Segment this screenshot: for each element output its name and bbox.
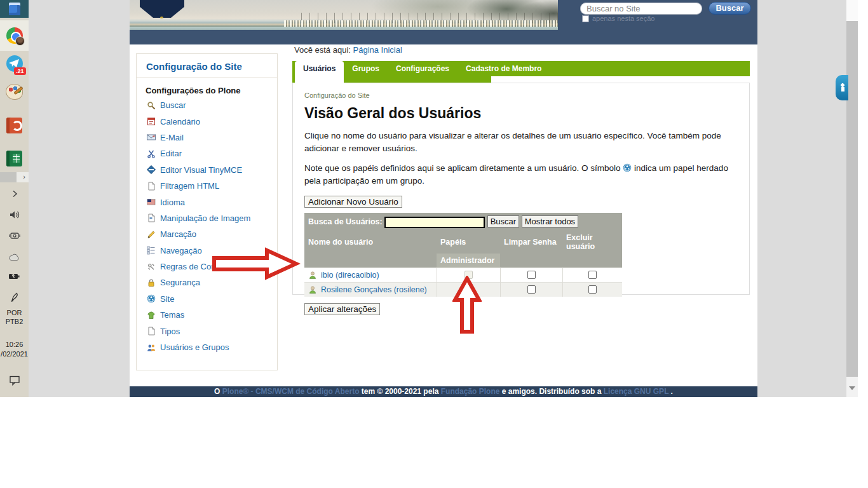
site-search-input[interactable] [580,3,702,15]
screen: .21 › [0,0,868,488]
taskbar-excel-button[interactable] [0,149,29,168]
tray-camera-button[interactable] [0,227,29,244]
site-banner: Buscar apenas nesta seção [130,0,757,44]
sidebar-item-label[interactable]: E-Mail [160,133,184,142]
sidebar-item-email[interactable]: E-Mail [144,130,269,146]
sidebar-item-site[interactable]: Site [144,291,269,307]
search-section-checkbox[interactable] [582,15,589,22]
taskbar-scrollbar-arrow-icon: › [23,173,25,180]
notification-bubble-icon [9,375,20,386]
volume-icon [9,210,20,220]
tray-expand-button[interactable] [0,188,29,200]
tray-clock-time[interactable]: 10:26 [0,341,29,348]
tray-clock-date[interactable]: /02/2021 [0,350,29,358]
user-link[interactable]: Rosilene Gonçalves (rosilene) [321,285,427,294]
user-link[interactable]: ibio (direcaoibio) [321,271,379,280]
user-icon [308,285,317,294]
breadcrumb-home-link[interactable]: Página Inicial [353,45,402,55]
search-section-checkbox-label: apenas nesta seção [592,15,654,22]
sidebar-item-filtragem-html[interactable]: Filtragem HTML [144,178,269,194]
banner-harbor-photo [130,0,558,30]
sidebar-item-label[interactable]: Buscar [160,100,186,110]
tab-grupos[interactable]: Grupos [344,61,388,76]
sidebar-item-label[interactable]: Editar [160,149,182,158]
taskbar: .21 › [0,0,29,397]
apply-changes-button[interactable]: Aplicar alterações [304,303,380,315]
taskbar-scrollbar[interactable]: › [0,172,29,182]
sidebar-item-tipos[interactable]: Tipos [144,323,269,339]
taskbar-scrollbar-thumb[interactable] [0,172,17,182]
tray-pen-button[interactable] [0,288,29,305]
sidebar-item-editor-visual-tinymce[interactable]: Editor Visual TinyMCE [144,162,269,178]
paint-palette-icon [6,84,23,100]
sidebar-item-label[interactable]: Site [160,294,174,304]
sidebar-item-label[interactable]: Usuários e Grupos [160,342,229,352]
battery-icon [8,271,20,280]
footer-text: O [214,387,222,396]
cloud-icon [8,252,21,261]
calendar-icon [147,117,156,126]
delete-user-checkbox[interactable] [588,271,597,279]
sidebar-item-label[interactable]: Editor Visual TinyMCE [160,165,242,175]
sidebar-item-label[interactable]: Manipulação de Imagem [160,214,250,223]
browser-scrollbar[interactable] [846,0,858,397]
subheader-empty [304,254,437,268]
intro-paragraph: Clique no nome do usuário para visualiza… [304,130,738,154]
taskbar-powerpoint-button[interactable] [0,116,29,135]
sidebar-item-buscar[interactable]: Buscar [144,97,269,113]
search-icon [147,101,156,110]
tray-onedrive-button[interactable] [0,249,29,264]
browser-background-left [29,0,130,397]
sidebar-item-manipulacao-de-imagem[interactable]: Manipulação de Imagem [144,210,269,226]
tab-cadastro-de-membro[interactable]: Cadastro de Membro [458,61,550,76]
sidebar-item-label[interactable]: Navegação [160,246,202,255]
tray-notifications-button[interactable] [0,372,29,388]
sidebar-item-label[interactable]: Calendário [160,117,200,126]
sidebar-item-label[interactable]: Filtragem HTML [160,181,219,191]
scrollbar-down-arrow-icon[interactable] [849,386,855,390]
add-new-user-button[interactable]: Adicionar Novo Usuário [304,196,402,208]
footer-plone-link[interactable]: Plone® - CMS/WCM de Código Aberto [222,387,360,396]
sidebar-item-label[interactable]: Temas [160,310,184,320]
tray-battery-button[interactable] [0,268,29,283]
users-icon [147,343,156,352]
subheader-empty [562,254,622,268]
tray-keyboard-layout[interactable]: PTB2 [0,318,29,325]
sidebar-item-temas[interactable]: Temas [144,307,269,323]
footer-foundation-link[interactable]: Fundação Plone [441,387,500,396]
sidebar-item-marcacao[interactable]: Marcação [144,226,269,242]
site-search-button[interactable]: Buscar [709,2,751,15]
sidebar-item-label[interactable]: Tipos [160,327,180,336]
taskbar-calculator-button[interactable] [0,0,29,18]
tray-language-indicator[interactable]: POR [0,309,29,316]
tab-usuarios[interactable]: Usuários [295,61,344,84]
content-parent-link[interactable]: Configuração do Site [304,92,370,99]
breadcrumb: Você está aqui: Página Inicial [294,45,402,55]
reset-password-checkbox[interactable] [527,285,536,294]
taskbar-chrome-button[interactable] [0,20,29,51]
user-search-input[interactable] [384,217,485,228]
delete-user-checkbox[interactable] [588,285,597,294]
tab-configuracoes[interactable]: Configurações [388,61,458,76]
page-icon [147,182,156,191]
camera-icon [9,231,20,241]
powerpoint-icon [6,118,22,133]
user-search-button[interactable]: Buscar [487,215,519,227]
footer-license-link[interactable]: Licença GNU GPL [604,387,668,396]
sidebar-item-editar[interactable]: Editar [144,146,269,161]
reset-password-checkbox[interactable] [527,271,536,279]
flag-icon [147,198,156,207]
tinymce-icon [147,165,156,174]
sidebar-item-label[interactable]: Idioma [160,198,185,207]
sidebar-item-idioma[interactable]: Idioma [144,194,269,210]
scrollbar-thumb[interactable] [846,21,858,377]
tray-volume-button[interactable] [0,207,29,222]
sidebar-item-label[interactable]: Segurança [160,278,200,287]
sidebar-item-usuarios-e-grupos[interactable]: Usuários e Grupos [144,339,269,355]
taskbar-paint-button[interactable] [0,81,29,102]
accessibility-widget-button[interactable] [836,75,848,100]
telegram-badge: .21 [14,67,26,75]
sidebar-item-calendario[interactable]: Calendário [144,113,269,129]
show-all-users-button[interactable]: Mostrar todos [522,215,578,227]
sidebar-item-label[interactable]: Marcação [160,229,196,239]
